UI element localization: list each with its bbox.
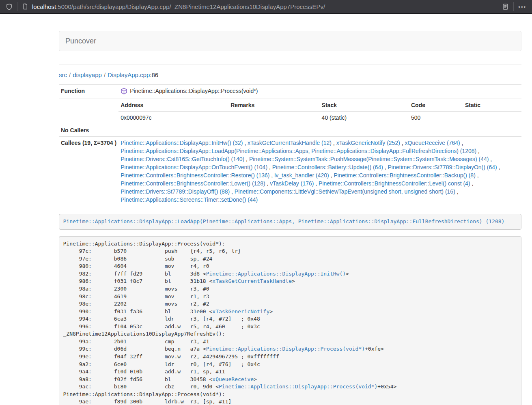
- callee-link[interactable]: Pinetime::Controllers::BrightnessControl…: [121, 180, 265, 187]
- callee-separator: ,: [476, 148, 480, 154]
- toolbar-divider: [17, 2, 17, 11]
- browser-toolbar: localhost:5000/path/src/displayapp/Displ…: [0, 0, 532, 14]
- callee-separator: ,: [470, 180, 474, 187]
- callee-link[interactable]: vTaskDelay (176): [270, 180, 314, 187]
- toolbar-divider: [513, 2, 514, 11]
- assembly-symbol-link[interactable]: Pinetime::Applications::DisplayApp::Proc…: [206, 346, 365, 352]
- function-row: Function Pinetime::Applications::Display…: [59, 85, 521, 99]
- callee-link[interactable]: Pinetime::Components::LittleVgl::SetNewT…: [235, 188, 455, 195]
- url-bar[interactable]: localhost:5000/path/src/displayapp/Displ…: [32, 3, 502, 10]
- callee-separator: ,: [455, 188, 459, 195]
- callee-link[interactable]: Pinetime::Applications::DisplayApp::Load…: [121, 148, 476, 154]
- assembly-symbol-link[interactable]: xQueueReceive: [212, 376, 254, 382]
- callee-link[interactable]: Pinetime::Applications::DisplayApp::OnTo…: [121, 164, 267, 170]
- callee-separator: ,: [267, 164, 272, 170]
- address-value: 0x0000097c: [118, 112, 228, 124]
- shield-icon[interactable]: [6, 3, 13, 10]
- callee-separator: ,: [460, 140, 463, 146]
- brand-link[interactable]: Puncover: [59, 37, 102, 45]
- divider: [59, 64, 521, 65]
- callee-separator: ,: [243, 140, 248, 146]
- callee-separator: ,: [497, 164, 500, 170]
- callee-link[interactable]: lv_task_handler (420): [274, 172, 329, 179]
- remarks-value: [228, 112, 319, 124]
- details-table: Address Remarks Stack Code Static 0x0000…: [118, 99, 521, 124]
- snippet-header: Pinetime::Applications::DisplayApp::Load…: [59, 214, 521, 230]
- function-label: Function: [59, 85, 118, 99]
- static-value: [463, 112, 521, 124]
- column-header-static: Static: [463, 99, 521, 112]
- callee-link[interactable]: Pinetime::Controllers::BrightnessControl…: [319, 180, 470, 187]
- stack-value: 40 (static): [320, 112, 409, 124]
- code-value: 500: [409, 112, 463, 124]
- assembly-symbol-link[interactable]: Pinetime::Applications::DisplayApp::Init…: [206, 271, 346, 277]
- callees-list: Pinetime::Applications::DisplayApp::Init…: [118, 137, 521, 206]
- callees-row: Callees (19, Σ=3704 ) Pinetime::Applicat…: [59, 137, 521, 206]
- callee-link[interactable]: Pinetime::Controllers::Battery::Update()…: [272, 164, 383, 170]
- column-header-remarks: Remarks: [228, 99, 319, 112]
- callee-link[interactable]: xQueueReceive (764): [405, 140, 460, 146]
- details-row: Address Remarks Stack Code Static 0x0000…: [59, 99, 521, 124]
- callee-separator: ,: [269, 172, 274, 179]
- more-options-icon[interactable]: •••: [518, 4, 526, 10]
- callee-separator: ,: [314, 180, 319, 187]
- cube-icon: [121, 88, 127, 97]
- assembly-symbol-link[interactable]: xTaskGetCurrentTaskHandle: [212, 278, 292, 284]
- callee-link[interactable]: Pinetime::Drivers::St7789::DisplayOff() …: [121, 188, 230, 195]
- callees-label: Callees (19, Σ=3704 ): [59, 137, 118, 206]
- symbol-table: Function Pinetime::Applications::Display…: [59, 84, 521, 206]
- callee-separator: ,: [489, 156, 492, 162]
- function-name: Pinetime::Applications::DisplayApp::Proc…: [130, 87, 258, 95]
- callee-separator: ,: [476, 172, 479, 179]
- page-container: Puncover src/displayapp/DisplayApp.cpp:8…: [59, 31, 521, 405]
- callee-separator: ,: [332, 140, 336, 146]
- callee-separator: ,: [230, 188, 235, 195]
- callee-separator: ,: [329, 172, 334, 179]
- assembly-symbol-link[interactable]: xTaskGenericNotify: [212, 308, 269, 315]
- callee-separator: ,: [400, 140, 405, 146]
- callers-cell: [118, 124, 521, 137]
- breadcrumb-separator: /: [69, 71, 71, 78]
- breadcrumb-separator: /: [104, 71, 106, 78]
- disassembly-block: Pinetime::Applications::DisplayApp::Proc…: [59, 236, 521, 405]
- reader-mode-icon[interactable]: [502, 3, 509, 10]
- breadcrumb: src/displayapp/DisplayApp.cpp:86: [59, 72, 521, 78]
- breadcrumb-link-src[interactable]: src: [59, 71, 67, 78]
- url-path: :5000/path/src/displayapp/DisplayApp.cpp…: [56, 3, 325, 10]
- column-header-code: Code: [409, 99, 463, 112]
- assembly-symbol-link[interactable]: Pinetime::Applications::DisplayApp::Proc…: [219, 383, 377, 390]
- callee-link[interactable]: Pinetime::Controllers::BrightnessControl…: [334, 172, 475, 179]
- callee-separator: ,: [244, 156, 249, 162]
- callee-link[interactable]: xTaskGenericNotify (252): [336, 140, 400, 146]
- callee-link[interactable]: Pinetime::System::SystemTask::PushMessag…: [249, 156, 489, 162]
- snippet-symbol-link[interactable]: Pinetime::Applications::DisplayApp::Load…: [63, 218, 505, 224]
- callee-link[interactable]: xTaskGetCurrentTaskHandle (12): [248, 140, 332, 146]
- details-row-spacer: [59, 99, 118, 124]
- callee-link[interactable]: Pinetime::Applications::Screens::Timer::…: [121, 196, 258, 203]
- callee-link[interactable]: Pinetime::Drivers::Cst816S::GetTouchInfo…: [121, 156, 244, 162]
- column-header-address: Address: [118, 99, 228, 112]
- breadcrumb-link-displayapp[interactable]: displayapp: [73, 71, 102, 78]
- page-icon[interactable]: [22, 3, 28, 10]
- no-callers-label: No Callers: [59, 124, 118, 137]
- callee-link[interactable]: Pinetime::Drivers::St7789::DisplayOn() (…: [388, 164, 497, 170]
- navbar: Puncover: [59, 31, 521, 51]
- breadcrumb-link-file[interactable]: DisplayApp.cpp: [108, 71, 150, 78]
- callee-link[interactable]: Pinetime::Applications::DisplayApp::Init…: [121, 140, 243, 146]
- table-row: 0x0000097c 40 (static) 500: [118, 112, 521, 124]
- column-header-stack: Stack: [320, 99, 409, 112]
- assembly-code: Pinetime::Applications::DisplayApp::Proc…: [63, 241, 397, 405]
- callee-separator: ,: [265, 180, 270, 187]
- no-callers-row: No Callers: [59, 124, 521, 137]
- callee-link[interactable]: Pinetime::Controllers::BrightnessControl…: [121, 172, 269, 179]
- callee-separator: ,: [383, 164, 388, 170]
- url-host: localhost: [32, 3, 56, 10]
- breadcrumb-line-number: :86: [150, 71, 158, 78]
